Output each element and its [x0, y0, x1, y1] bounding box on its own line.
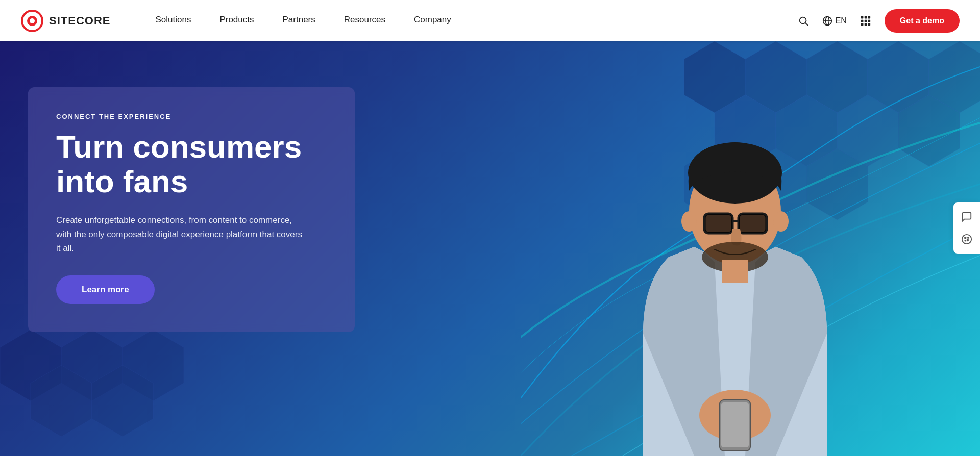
logo[interactable]: SITECORE — [20, 9, 110, 33]
svg-rect-8 — [861, 16, 864, 18]
svg-rect-44 — [722, 260, 748, 283]
svg-rect-12 — [865, 19, 867, 22]
side-panel — [953, 202, 980, 254]
svg-point-52 — [967, 239, 968, 241]
svg-marker-29 — [0, 330, 61, 401]
cookie-button[interactable] — [958, 230, 976, 248]
search-button[interactable] — [795, 12, 812, 30]
navbar-left: SITECORE Solutions Products Partners Res… — [20, 0, 465, 41]
nav-item-resources[interactable]: Resources — [330, 0, 400, 41]
language-button[interactable]: EN — [822, 16, 847, 26]
svg-point-45 — [681, 211, 697, 232]
svg-point-53 — [965, 240, 966, 241]
hero-description: Create unforgettable connections, from c… — [56, 213, 306, 255]
globe-icon — [822, 16, 832, 26]
svg-point-2 — [30, 18, 35, 23]
language-label: EN — [836, 16, 847, 26]
chat-button[interactable] — [958, 208, 976, 226]
svg-rect-9 — [865, 16, 867, 18]
svg-marker-31 — [122, 330, 184, 401]
svg-point-54 — [968, 237, 969, 238]
svg-point-50 — [962, 235, 971, 244]
nav-item-partners[interactable]: Partners — [268, 0, 330, 41]
navbar: SITECORE Solutions Products Partners Res… — [0, 0, 980, 41]
nav-item-products[interactable]: Products — [205, 0, 268, 41]
nav-item-solutions[interactable]: Solutions — [141, 0, 205, 41]
svg-point-46 — [773, 211, 789, 232]
get-demo-button[interactable]: Get a demo — [885, 9, 960, 33]
apps-grid-button[interactable] — [857, 12, 874, 30]
svg-rect-11 — [861, 19, 864, 22]
svg-rect-14 — [861, 23, 864, 26]
hero-content-box: CONNECT THE EXPERIENCE Turn consumers in… — [28, 87, 355, 332]
hero-learn-more-button[interactable]: Learn more — [56, 275, 155, 304]
hero-person-image — [592, 68, 878, 456]
svg-marker-33 — [92, 365, 153, 437]
svg-rect-15 — [865, 23, 867, 26]
svg-line-4 — [805, 23, 808, 26]
svg-rect-41 — [705, 214, 732, 233]
cookie-icon — [961, 234, 972, 245]
nav-item-company[interactable]: Company — [400, 0, 465, 41]
svg-point-3 — [799, 17, 806, 23]
main-nav: Solutions Products Partners Resources Co… — [141, 0, 465, 41]
logo-text: SITECORE — [49, 14, 110, 28]
search-icon — [798, 15, 809, 27]
chat-icon — [961, 211, 972, 222]
svg-marker-25 — [898, 95, 960, 166]
svg-marker-32 — [31, 365, 92, 437]
logo-icon — [20, 9, 44, 33]
hero-eyebrow: CONNECT THE EXPERIENCE — [56, 113, 327, 120]
person-svg — [602, 79, 868, 456]
svg-marker-30 — [61, 330, 122, 401]
grid-icon — [860, 15, 871, 27]
svg-rect-13 — [868, 19, 870, 22]
svg-point-51 — [965, 237, 966, 239]
svg-rect-16 — [868, 23, 870, 26]
svg-rect-42 — [739, 214, 766, 233]
navbar-right: EN Get a demo — [795, 9, 960, 33]
svg-marker-21 — [929, 41, 980, 113]
svg-rect-49 — [721, 402, 749, 447]
hero-section: CONNECT THE EXPERIENCE Turn consumers in… — [0, 41, 980, 456]
svg-rect-10 — [868, 16, 870, 18]
hero-title: Turn consumers into fans — [56, 130, 327, 199]
